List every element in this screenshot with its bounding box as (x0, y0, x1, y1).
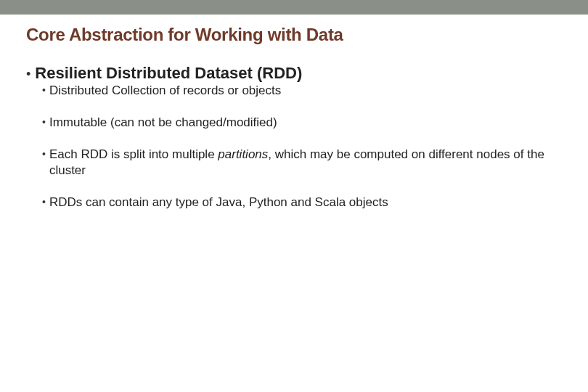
bullet-icon: • (42, 85, 46, 95)
slide-content: Core Abstraction for Working with Data •… (0, 15, 588, 392)
bullet-list-level2: • Distributed Collection of records or o… (42, 83, 562, 211)
bullet-icon: • (26, 68, 30, 81)
sub-bullet-text: Each RDD is split into multiple partitio… (49, 147, 562, 179)
list-item: • Immutable (can not be changed/modified… (42, 115, 562, 131)
bullet-list-level1: • Resilient Distributed Dataset (RDD) • … (26, 64, 562, 211)
list-item: • Distributed Collection of records or o… (42, 83, 562, 99)
bullet-icon: • (42, 197, 46, 207)
bullet-icon: • (42, 117, 46, 127)
list-item: • Resilient Distributed Dataset (RDD) • … (26, 64, 562, 211)
text-pre: Each RDD is split into multiple (49, 147, 218, 161)
sub-bullet-text: Distributed Collection of records or obj… (49, 83, 281, 99)
slide-title: Core Abstraction for Working with Data (26, 25, 562, 45)
heading-text: Resilient Distributed Dataset (RDD) (35, 64, 302, 83)
list-item: • Each RDD is split into multiple partit… (42, 147, 562, 179)
list-item: • RDDs can contain any type of Java, Pyt… (42, 195, 562, 211)
sub-bullet-text: RDDs can contain any type of Java, Pytho… (49, 195, 388, 211)
bullet-icon: • (42, 149, 46, 159)
sub-bullet-text: Immutable (can not be changed/modified) (49, 115, 277, 131)
text-italic: partitions (218, 147, 268, 161)
slide-top-bar (0, 0, 588, 15)
